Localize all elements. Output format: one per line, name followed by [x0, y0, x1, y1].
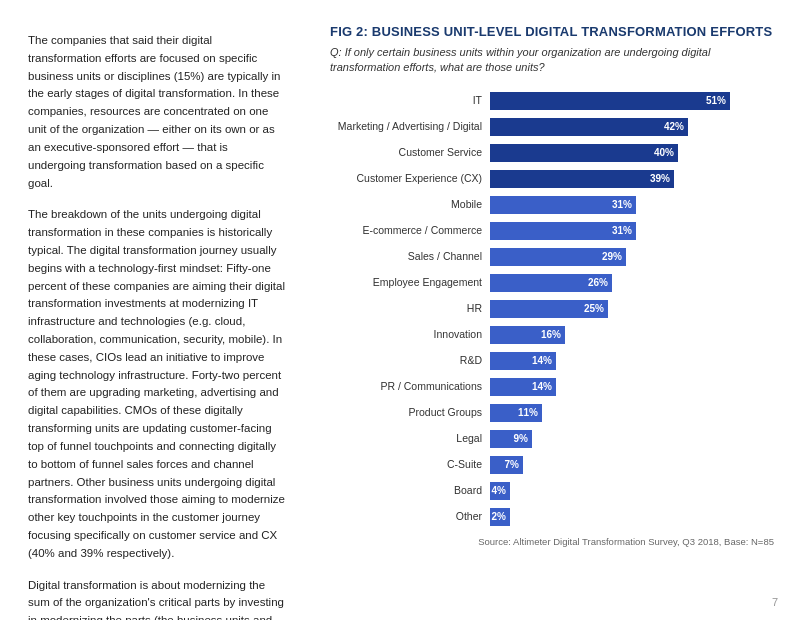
bar-fill: 7% — [490, 456, 523, 474]
bar-value: 14% — [532, 355, 552, 366]
bar-row: Sales / Channel29% — [330, 246, 774, 268]
bar-fill: 40% — [490, 144, 678, 162]
bar-label: Innovation — [330, 328, 490, 341]
bar-track: 2% — [490, 508, 774, 526]
bar-row: PR / Communications14% — [330, 376, 774, 398]
bar-label: Marketing / Advertising / Digital — [330, 120, 490, 133]
bar-row: Other2% — [330, 506, 774, 528]
bar-value: 4% — [492, 485, 506, 496]
bar-value: 31% — [612, 199, 632, 210]
bar-fill: 29% — [490, 248, 626, 266]
bar-track: 31% — [490, 222, 774, 240]
source-line: Source: Altimeter Digital Transformation… — [330, 536, 774, 547]
bar-fill: 2% — [490, 508, 510, 526]
left-panel: The companies that said their digital tr… — [0, 0, 310, 620]
bar-fill: 42% — [490, 118, 688, 136]
bar-track: 4% — [490, 482, 774, 500]
bar-label: Other — [330, 510, 490, 523]
bar-track: 11% — [490, 404, 774, 422]
bar-value: 7% — [505, 459, 519, 470]
bar-label: Sales / Channel — [330, 250, 490, 263]
bar-track: 25% — [490, 300, 774, 318]
left-paragraph: The companies that said their digital tr… — [28, 32, 286, 192]
bar-value: 51% — [706, 95, 726, 106]
bar-fill: 31% — [490, 222, 636, 240]
fig-subtitle: Q: If only certain business units within… — [330, 45, 774, 76]
bar-label: IT — [330, 94, 490, 107]
bar-value: 39% — [650, 173, 670, 184]
bar-row: C-Suite7% — [330, 454, 774, 476]
fig-title: FIG 2: BUSINESS UNIT-LEVEL DIGITAL TRANS… — [330, 24, 774, 41]
bar-row: Innovation16% — [330, 324, 774, 346]
bar-track: 9% — [490, 430, 774, 448]
bar-fill: 25% — [490, 300, 608, 318]
bar-row: Product Groups11% — [330, 402, 774, 424]
bar-track: 14% — [490, 352, 774, 370]
bar-track: 26% — [490, 274, 774, 292]
bar-fill: 16% — [490, 326, 565, 344]
bar-fill: 51% — [490, 92, 730, 110]
bar-row: Customer Service40% — [330, 142, 774, 164]
bar-fill: 26% — [490, 274, 612, 292]
bar-track: 16% — [490, 326, 774, 344]
bar-value: 11% — [518, 407, 538, 418]
bar-fill: 9% — [490, 430, 532, 448]
bar-chart: IT51%Marketing / Advertising / Digital42… — [330, 90, 774, 528]
bar-value: 31% — [612, 225, 632, 236]
bar-value: 40% — [654, 147, 674, 158]
bar-label: Customer Experience (CX) — [330, 172, 490, 185]
bar-fill: 31% — [490, 196, 636, 214]
right-panel: FIG 2: BUSINESS UNIT-LEVEL DIGITAL TRANS… — [310, 0, 802, 620]
bar-row: Board4% — [330, 480, 774, 502]
bar-label: R&D — [330, 354, 490, 367]
bar-row: IT51% — [330, 90, 774, 112]
bar-value: 42% — [664, 121, 684, 132]
bar-fill: 14% — [490, 378, 556, 396]
bar-row: E-commerce / Commerce31% — [330, 220, 774, 242]
bar-value: 25% — [584, 303, 604, 314]
bar-value: 26% — [588, 277, 608, 288]
bar-track: 39% — [490, 170, 774, 188]
bar-track: 7% — [490, 456, 774, 474]
left-paragraph: The breakdown of the units undergoing di… — [28, 206, 286, 562]
bar-fill: 14% — [490, 352, 556, 370]
bar-track: 29% — [490, 248, 774, 266]
page-number: 7 — [772, 596, 778, 608]
bar-label: E-commerce / Commerce — [330, 224, 490, 237]
bar-label: HR — [330, 302, 490, 315]
bar-label: Employee Engagement — [330, 276, 490, 289]
bar-row: Mobile31% — [330, 194, 774, 216]
bar-fill: 4% — [490, 482, 510, 500]
bar-row: HR25% — [330, 298, 774, 320]
bar-row: R&D14% — [330, 350, 774, 372]
bar-label: PR / Communications — [330, 380, 490, 393]
bar-row: Customer Experience (CX)39% — [330, 168, 774, 190]
bar-track: 31% — [490, 196, 774, 214]
bar-track: 14% — [490, 378, 774, 396]
bar-track: 51% — [490, 92, 774, 110]
bar-row: Marketing / Advertising / Digital42% — [330, 116, 774, 138]
bar-label: Legal — [330, 432, 490, 445]
bar-value: 29% — [602, 251, 622, 262]
bar-track: 40% — [490, 144, 774, 162]
bar-row: Employee Engagement26% — [330, 272, 774, 294]
bar-row: Legal9% — [330, 428, 774, 450]
bar-value: 2% — [492, 511, 506, 522]
left-paragraph: Digital transformation is about moderniz… — [28, 577, 286, 620]
bar-value: 9% — [514, 433, 528, 444]
bar-fill: 11% — [490, 404, 542, 422]
bar-label: Board — [330, 484, 490, 497]
bar-label: C-Suite — [330, 458, 490, 471]
bar-label: Product Groups — [330, 406, 490, 419]
bar-label: Mobile — [330, 198, 490, 211]
bar-label: Customer Service — [330, 146, 490, 159]
bar-value: 16% — [541, 329, 561, 340]
bar-value: 14% — [532, 381, 552, 392]
bar-fill: 39% — [490, 170, 674, 188]
bar-track: 42% — [490, 118, 774, 136]
